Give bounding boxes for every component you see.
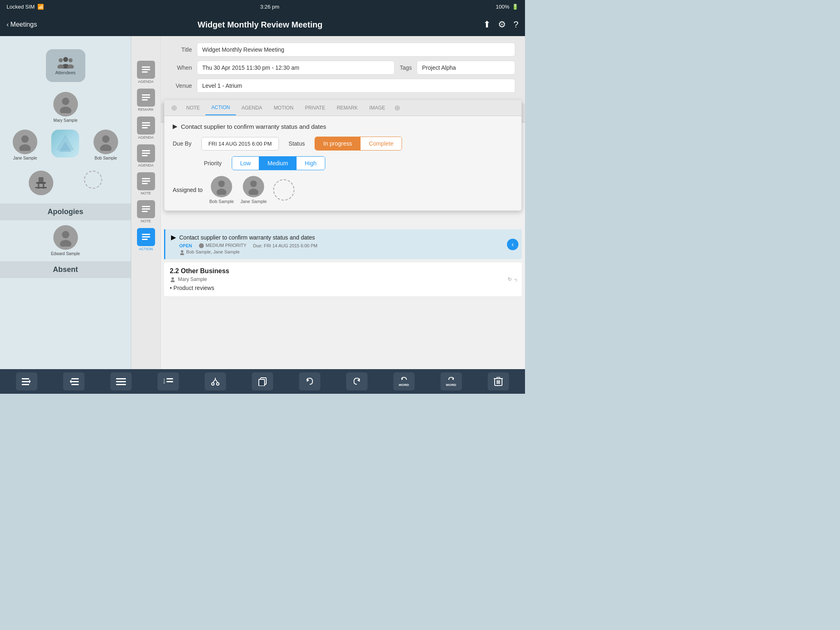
assigned-row: Assigned to Bob Sample xyxy=(173,176,513,204)
assigned-bob[interactable]: Bob Sample xyxy=(209,176,234,204)
status-in-progress[interactable]: In progress xyxy=(315,137,360,150)
battery-icon: 🔋 xyxy=(512,4,518,10)
attendee-jane[interactable]: Jane Sample xyxy=(7,130,43,164)
assigned-bob-name: Bob Sample xyxy=(209,199,234,204)
action-row: ▶ Contact supplier to confirm warranty s… xyxy=(164,229,522,259)
svg-point-13 xyxy=(100,144,112,151)
toolbar-undo-btn[interactable] xyxy=(299,372,320,390)
svg-line-75 xyxy=(215,379,218,383)
tab-image[interactable]: IMAGE xyxy=(363,101,391,115)
circle-back-button[interactable]: ‹ xyxy=(507,239,518,250)
toolbar-cut-btn[interactable] xyxy=(205,372,226,390)
tab-motion[interactable]: MOTION xyxy=(268,101,299,115)
attendee-row: Jane Sample Bob Sample xyxy=(0,126,131,167)
timeline-item-3[interactable] xyxy=(137,116,155,135)
svg-point-0 xyxy=(63,57,68,62)
toolbar-list-btn[interactable] xyxy=(110,372,132,390)
absent-header: Absent xyxy=(0,261,131,278)
svg-point-7 xyxy=(60,107,71,113)
timeline-label-2: REMARK xyxy=(138,107,154,112)
svg-marker-60 xyxy=(29,379,31,383)
timeline-item-1[interactable] xyxy=(137,61,155,79)
share-icon[interactable]: ⬆ xyxy=(483,19,491,30)
sim-status: Locked SIM xyxy=(7,4,35,10)
svg-rect-58 xyxy=(22,381,29,382)
due-tag: Due: FRI 14 AUG 2015 6:00 PM xyxy=(253,243,317,248)
section-22-item: • Product reviews xyxy=(170,285,516,291)
svg-rect-15 xyxy=(36,182,46,184)
gear-icon[interactable]: ⚙ xyxy=(498,19,506,30)
toolbar-redo-word-btn[interactable]: WORD xyxy=(441,372,462,390)
toolbar-copy-btn[interactable] xyxy=(252,372,273,390)
action-row-title: Contact supplier to confirm warranty sta… xyxy=(179,234,315,241)
svg-rect-26 xyxy=(142,99,148,100)
timeline-item-6[interactable] xyxy=(137,200,155,218)
agenda-timeline: AGENDA REMARK AGENDA AGENDA NOTE xyxy=(131,36,161,369)
tab-agenda[interactable]: AGENDA xyxy=(236,101,268,115)
priority-tag: MEDIUM PRIORITY xyxy=(199,243,247,249)
status-complete[interactable]: Complete xyxy=(360,137,402,150)
assigned-empty[interactable] xyxy=(273,179,294,201)
svg-rect-65 xyxy=(116,378,126,379)
when-input[interactable]: Thu 30 Apr 2015 11:30 pm - 12:30 am xyxy=(197,61,395,75)
attendee-chair-icon[interactable] xyxy=(29,171,53,195)
attendee-edward[interactable]: Edward Sample xyxy=(51,225,80,256)
attendees-button[interactable]: Attendees xyxy=(46,49,85,82)
svg-point-50 xyxy=(250,180,257,187)
due-by-label: Due By xyxy=(173,140,192,147)
nav-actions: ⬆ ⚙ ? xyxy=(483,19,518,30)
priority-high[interactable]: High xyxy=(296,157,325,170)
action-play-icon: ▶ xyxy=(171,233,176,241)
svg-point-54 xyxy=(180,253,184,255)
timeline-label-6: NOTE xyxy=(141,219,151,223)
svg-rect-62 xyxy=(71,381,79,382)
due-date-button[interactable]: FRI 14 AUG 2015 6:00 PM xyxy=(201,137,279,151)
toolbar-redo-btn[interactable] xyxy=(346,372,368,390)
status-bar: Locked SIM 📶 3:26 pm 100% 🔋 xyxy=(0,0,525,13)
toolbar-undo-word-btn[interactable]: WORD xyxy=(393,372,415,390)
title-input[interactable]: Widget Monthly Review Meeting xyxy=(197,43,515,57)
svg-rect-18 xyxy=(35,187,47,188)
open-badge: OPEN xyxy=(179,243,192,248)
popup-nav-right[interactable]: ⊕ xyxy=(391,100,404,116)
timeline-item-5[interactable] xyxy=(137,172,155,190)
attendee-mary[interactable]: Mary Sample xyxy=(53,92,78,123)
tab-note[interactable]: NOTE xyxy=(180,101,205,115)
svg-rect-61 xyxy=(71,378,79,379)
svg-rect-37 xyxy=(142,208,150,210)
priority-medium[interactable]: Medium xyxy=(259,157,296,170)
svg-rect-24 xyxy=(142,94,150,96)
toolbar-numbered-list-btn[interactable]: 1 2 xyxy=(158,372,179,390)
svg-rect-34 xyxy=(142,180,150,182)
popup-nav-left[interactable]: ⊕ xyxy=(168,100,180,116)
timeline-label-4: AGENDA xyxy=(138,163,153,167)
timeline-item-4[interactable] xyxy=(137,144,155,162)
timeline-item-7[interactable] xyxy=(137,228,155,246)
attendee-edward-name: Edward Sample xyxy=(51,251,80,256)
attendee-bob[interactable]: Bob Sample xyxy=(87,130,124,164)
attendee-placeholder[interactable] xyxy=(47,130,84,164)
back-button[interactable]: ‹ Meetings xyxy=(7,21,37,28)
svg-point-51 xyxy=(249,189,258,195)
tab-remark[interactable]: REMARK xyxy=(331,101,363,115)
svg-rect-27 xyxy=(142,122,150,123)
status-label: Status xyxy=(289,140,305,147)
tab-private[interactable]: PRIVATE xyxy=(299,101,331,115)
toolbar-expand-btn[interactable] xyxy=(63,372,84,390)
attendee-empty-slot[interactable] xyxy=(84,171,102,195)
svg-point-20 xyxy=(60,240,71,247)
toolbar-collapse-btn[interactable] xyxy=(16,372,37,390)
help-icon[interactable]: ? xyxy=(514,19,518,30)
venue-input[interactable]: Level 1 - Atrium xyxy=(197,79,515,93)
priority-low[interactable]: Low xyxy=(232,157,259,170)
assigned-jane[interactable]: Jane Sample xyxy=(240,176,267,204)
section-22-title: 2.2 Other Business xyxy=(170,267,516,275)
timeline-item-2[interactable] xyxy=(137,89,155,107)
chevron-right-22: › xyxy=(515,275,518,284)
timeline-label-1: AGENDA xyxy=(138,80,153,84)
tags-input[interactable]: Project Alpha xyxy=(417,61,515,75)
tab-action[interactable]: ACTION xyxy=(205,100,235,115)
priority-toggle: Low Medium High xyxy=(232,156,325,170)
toolbar-delete-btn[interactable] xyxy=(488,372,509,390)
svg-rect-63 xyxy=(71,384,79,385)
